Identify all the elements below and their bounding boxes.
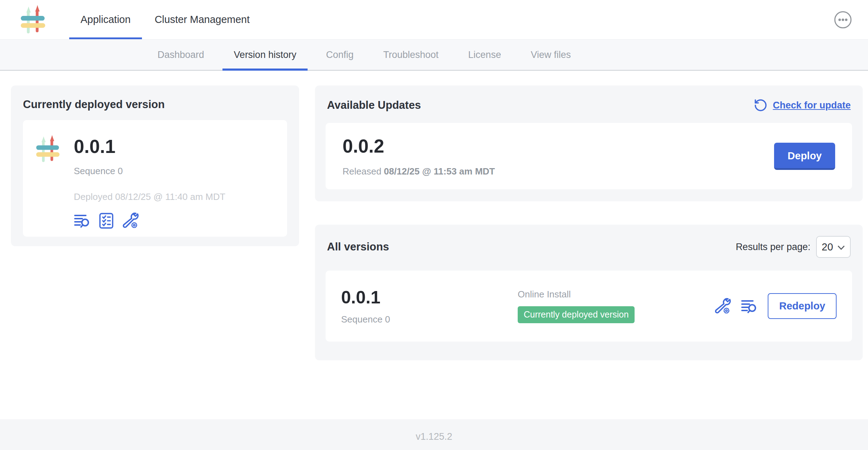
app-subnav: Dashboard Version history Config Trouble… [0, 40, 868, 71]
deployed-timestamp: Deployed 08/12/25 @ 11:40 am MDT [74, 191, 225, 202]
tab-view-files[interactable]: View files [516, 40, 586, 70]
version-row: 0.0.1 Sequence 0 Online Install Currentl… [326, 271, 852, 342]
update-released-line: Released 08/12/25 @ 11:53 am MDT [343, 166, 495, 177]
available-updates-title: Available Updates [327, 99, 421, 112]
top-navbar: Application Cluster Management [0, 0, 868, 40]
edit-config-icon[interactable] [122, 212, 139, 229]
refresh-icon [754, 98, 768, 112]
deployed-version-number: 0.0.1 [74, 136, 225, 157]
preflight-checks-icon[interactable] [98, 212, 115, 229]
update-info: 0.0.2 Released 08/12/25 @ 11:53 am MDT [343, 135, 495, 177]
install-type-label: Online Install [518, 289, 714, 300]
right-column: Available Updates Check for update 0.0.2… [315, 85, 863, 360]
released-label: Released [343, 166, 384, 177]
tab-dashboard[interactable]: Dashboard [143, 40, 219, 70]
app-logo [20, 0, 47, 39]
check-for-update-link[interactable]: Check for update [754, 98, 851, 112]
version-sequence: Sequence 0 [341, 314, 518, 325]
currently-deployed-title: Currently deployed version [23, 98, 287, 111]
results-per-page-value: 20 [822, 241, 833, 253]
available-updates-panel: Available Updates Check for update 0.0.2… [315, 85, 863, 201]
results-per-page: Results per page: 20 [736, 236, 851, 258]
main-content: Currently deployed version 0.0.1 Sequenc… [0, 71, 868, 419]
console-version: v1.125.2 [416, 431, 452, 442]
view-logs-icon[interactable] [74, 212, 91, 229]
update-card: 0.0.2 Released 08/12/25 @ 11:53 am MDT D… [326, 123, 852, 189]
currently-deployed-panel: Currently deployed version 0.0.1 Sequenc… [11, 85, 299, 246]
more-options-button[interactable] [833, 10, 852, 29]
deploy-button[interactable]: Deploy [774, 143, 835, 170]
all-versions-title: All versions [327, 241, 389, 253]
version-row-status: Online Install Currently deployed versio… [518, 289, 714, 323]
deployed-sequence: Sequence 0 [74, 166, 225, 177]
console-footer: v1.125.2 [0, 419, 868, 450]
version-row-actions: Redeploy [714, 293, 837, 319]
tab-license[interactable]: License [453, 40, 516, 70]
version-row-info: 0.0.1 Sequence 0 [341, 287, 518, 325]
currently-deployed-badge: Currently deployed version [518, 306, 635, 323]
deployed-version-card: 0.0.1 Sequence 0 Deployed 08/12/25 @ 11:… [23, 120, 287, 237]
tab-version-history[interactable]: Version history [219, 40, 311, 70]
ellipsis-icon [834, 11, 852, 29]
edit-config-icon[interactable] [714, 298, 731, 315]
view-logs-icon[interactable] [741, 298, 758, 315]
app-logo-icon [20, 4, 47, 35]
redeploy-button[interactable]: Redeploy [768, 293, 837, 319]
tab-troubleshoot[interactable]: Troubleshoot [368, 40, 453, 70]
deployed-actions [74, 212, 225, 229]
tab-cluster-management[interactable]: Cluster Management [143, 0, 262, 39]
results-per-page-select[interactable]: 20 [816, 236, 851, 258]
version-number: 0.0.1 [341, 287, 518, 308]
check-for-update-label: Check for update [773, 100, 851, 111]
app-logo-icon [36, 133, 61, 165]
update-version-number: 0.0.2 [343, 135, 495, 157]
results-per-page-label: Results per page: [736, 242, 810, 253]
tab-application[interactable]: Application [69, 0, 143, 39]
deployed-version-info: 0.0.1 Sequence 0 Deployed 08/12/25 @ 11:… [74, 130, 225, 227]
tab-config[interactable]: Config [311, 40, 368, 70]
all-versions-panel: All versions Results per page: 20 0.0.1 … [315, 225, 863, 360]
released-timestamp: 08/12/25 @ 11:53 am MDT [384, 166, 495, 177]
topnav-tabs: Application Cluster Management [69, 0, 262, 39]
chevron-down-icon [837, 245, 845, 250]
